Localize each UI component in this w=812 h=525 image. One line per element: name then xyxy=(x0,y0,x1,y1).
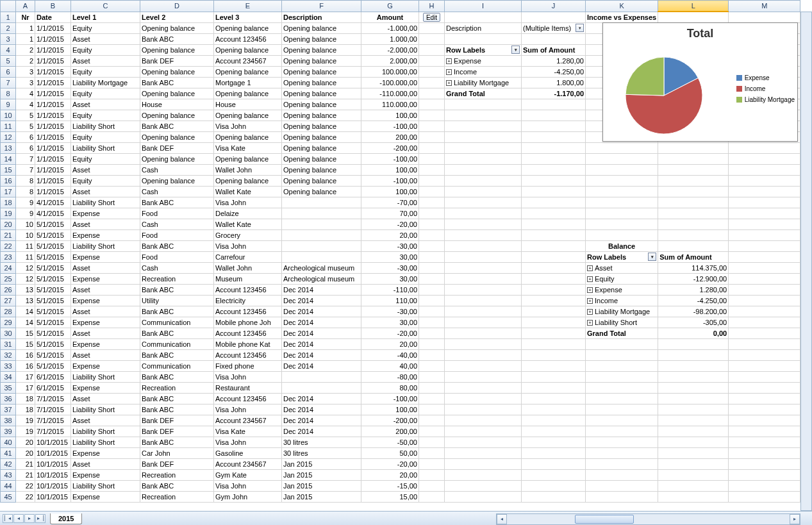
cell-D27[interactable]: Utility xyxy=(140,295,214,306)
cell-I33[interactable] xyxy=(445,360,522,371)
cell-C27[interactable]: Expense xyxy=(71,295,140,306)
cell-C13[interactable]: Liability Short xyxy=(71,142,140,153)
cell-M35[interactable] xyxy=(729,382,800,393)
cell-C40[interactable]: Liability Short xyxy=(71,437,140,447)
cell-J25[interactable] xyxy=(522,273,586,284)
cell-K33[interactable] xyxy=(586,360,658,371)
cell-K32[interactable] xyxy=(586,349,658,360)
row-header-34[interactable]: 34 xyxy=(1,371,16,382)
cell-H22[interactable] xyxy=(419,240,445,251)
cell-D16[interactable]: Opening balance xyxy=(140,175,214,186)
cell-D25[interactable]: Recreation xyxy=(140,273,214,284)
cell-A42[interactable]: 21 xyxy=(16,458,35,469)
cell-A32[interactable]: 16 xyxy=(16,349,35,360)
cell-F40[interactable]: 30 litres xyxy=(282,437,361,447)
cell-E11[interactable]: Visa John xyxy=(214,121,282,131)
cell-M24[interactable] xyxy=(729,262,800,273)
cell-J11[interactable] xyxy=(522,121,586,131)
cell-A11[interactable]: 5 xyxy=(16,121,35,131)
cell-D45[interactable]: Recreation xyxy=(140,491,214,502)
row-header-31[interactable]: 31 xyxy=(1,338,16,349)
row-header-30[interactable]: 30 xyxy=(1,328,16,338)
cell-I10[interactable] xyxy=(445,110,522,121)
cell-A15[interactable]: 7 xyxy=(16,164,35,175)
cell-A23[interactable]: 11 xyxy=(16,251,35,262)
cell-I12[interactable] xyxy=(445,131,522,142)
cell-E28[interactable]: Account 123456 xyxy=(214,306,282,317)
cell-B29[interactable]: 5/1/2015 xyxy=(35,317,71,328)
cell-C23[interactable]: Expense xyxy=(71,251,140,262)
cell-D32[interactable]: Bank ABC xyxy=(140,349,214,360)
cell-B42[interactable]: 10/1/2015 xyxy=(35,458,71,469)
cell-E45[interactable]: Gym John xyxy=(214,491,282,502)
cell-F16[interactable]: Opening balance xyxy=(282,175,361,186)
cell-F31[interactable]: Dec 2014 xyxy=(282,338,361,349)
cell-E23[interactable]: Carrefour xyxy=(214,251,282,262)
cell-K23[interactable]: Row Labels▾ xyxy=(586,251,658,262)
cell-F30[interactable]: Dec 2014 xyxy=(282,328,361,338)
cell-C3[interactable]: Asset xyxy=(71,33,140,44)
cell-H14[interactable] xyxy=(419,153,445,164)
row-header-17[interactable]: 17 xyxy=(1,186,16,197)
cell-A2[interactable]: 1 xyxy=(16,22,35,33)
cell-B33[interactable]: 5/1/2015 xyxy=(35,360,71,371)
cell-D42[interactable]: Bank DEF xyxy=(140,458,214,469)
cell-E19[interactable]: Delaize xyxy=(214,208,282,219)
cell-I11[interactable] xyxy=(445,121,522,131)
cell-M13[interactable] xyxy=(729,142,800,153)
cell-H39[interactable] xyxy=(419,426,445,437)
cell-G35[interactable]: 80,00 xyxy=(361,382,419,393)
cell-D30[interactable]: Bank ABC xyxy=(140,328,214,338)
cell-I6[interactable]: +Income xyxy=(445,66,522,77)
cell-C17[interactable]: Asset xyxy=(71,186,140,197)
cell-I9[interactable] xyxy=(445,99,522,110)
cell-B25[interactable]: 5/1/2015 xyxy=(35,273,71,284)
expand-icon[interactable]: + xyxy=(587,265,593,271)
cell-K13[interactable] xyxy=(586,142,658,153)
cell-I2[interactable]: Description xyxy=(445,22,522,33)
cell-D14[interactable]: Opening balance xyxy=(140,153,214,164)
cell-D17[interactable]: Cash xyxy=(140,186,214,197)
cell-J31[interactable] xyxy=(522,338,586,349)
cell-D9[interactable]: House xyxy=(140,99,214,110)
cell-G30[interactable]: -20,00 xyxy=(361,328,419,338)
cell-E9[interactable]: House xyxy=(214,99,282,110)
row-header-24[interactable]: 24 xyxy=(1,262,16,273)
cell-H45[interactable] xyxy=(419,491,445,502)
cell-L25[interactable]: -12.900,00 xyxy=(658,273,729,284)
cell-B23[interactable]: 5/1/2015 xyxy=(35,251,71,262)
cell-K25[interactable]: +Equity xyxy=(586,273,658,284)
cell-B4[interactable]: 1/1/2015 xyxy=(35,44,71,55)
cell-I7[interactable]: +Liability Mortgage xyxy=(445,77,522,88)
cell-H33[interactable] xyxy=(419,360,445,371)
cell-K15[interactable] xyxy=(586,164,658,175)
cell-C12[interactable]: Equity xyxy=(71,131,140,142)
cell-B40[interactable]: 10/1/2015 xyxy=(35,437,71,447)
cell[interactable] xyxy=(445,12,522,22)
cell-H41[interactable] xyxy=(419,447,445,458)
cell-H44[interactable] xyxy=(419,480,445,491)
cell-A33[interactable]: 16 xyxy=(16,360,35,371)
cell-L13[interactable] xyxy=(658,142,729,153)
cell-J36[interactable] xyxy=(522,393,586,404)
cell-A3[interactable]: 1 xyxy=(16,33,35,44)
cell-C21[interactable]: Expense xyxy=(71,229,140,240)
cell-D39[interactable]: Bank DEF xyxy=(140,426,214,437)
cell-L29[interactable]: -305,00 xyxy=(658,317,729,328)
cell-H26[interactable] xyxy=(419,284,445,295)
row-header-12[interactable]: 12 xyxy=(1,131,16,142)
cell-H12[interactable] xyxy=(419,131,445,142)
cell-I39[interactable] xyxy=(445,426,522,437)
cell-L41[interactable] xyxy=(658,447,729,458)
cell-H20[interactable] xyxy=(419,219,445,229)
cell-A37[interactable]: 18 xyxy=(16,404,35,415)
cell-F3[interactable]: Opening balance xyxy=(282,33,361,44)
cell-M37[interactable] xyxy=(729,404,800,415)
cell-E29[interactable]: Mobile phone Joh xyxy=(214,317,282,328)
cell-B11[interactable]: 1/1/2015 xyxy=(35,121,71,131)
cell-E43[interactable]: Gym Kate xyxy=(214,469,282,480)
tab-nav-prev-icon[interactable]: ◂ xyxy=(13,514,24,523)
cell-F4[interactable]: Opening balance xyxy=(282,44,361,55)
cell-J30[interactable] xyxy=(522,328,586,338)
cell-K28[interactable]: +Liability Mortgage xyxy=(586,306,658,317)
